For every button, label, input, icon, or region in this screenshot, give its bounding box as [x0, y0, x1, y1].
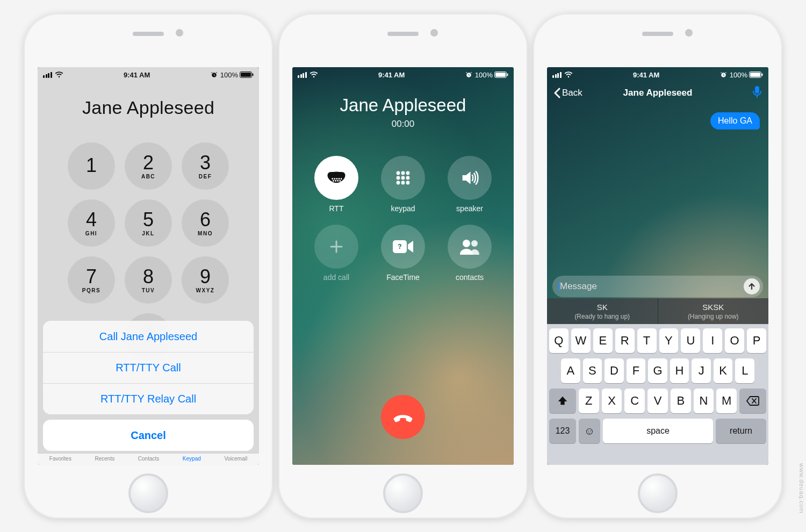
- contacts-label: contacts: [456, 273, 484, 282]
- svg-point-7: [334, 178, 335, 179]
- key-m[interactable]: M: [716, 389, 737, 413]
- facetime-icon: ?: [381, 225, 425, 269]
- call-controls: RTT keypad speaker add call: [292, 156, 514, 282]
- svg-point-20: [406, 176, 410, 180]
- arrow-up-icon: [747, 282, 756, 291]
- keyboard-row-2: A S D F G H J K L: [549, 358, 766, 383]
- home-button[interactable]: [128, 473, 168, 513]
- keyboard-row-1: Q W E R T Y U I O P: [549, 328, 766, 353]
- action-rtt-tty-relay[interactable]: RTT/TTY Relay Call: [43, 383, 254, 414]
- status-bar: 9:41 AM 100%: [38, 67, 259, 82]
- svg-rect-1: [241, 73, 251, 77]
- alarm-icon: [211, 71, 218, 78]
- svg-point-8: [336, 178, 337, 179]
- key-r[interactable]: R: [615, 328, 635, 353]
- phone-dialer: 9:41 AM 100% Jane Appleseed 1 2ABC 3DEF …: [24, 13, 273, 519]
- key-k[interactable]: K: [714, 358, 733, 383]
- home-button[interactable]: [383, 473, 423, 513]
- key-y[interactable]: Y: [659, 328, 679, 353]
- dictation-button[interactable]: [752, 85, 762, 100]
- alarm-icon: [720, 71, 727, 78]
- suggestion-sksk[interactable]: SKSK (Hanging up now): [658, 298, 769, 324]
- svg-point-19: [401, 176, 405, 180]
- battery-percent: 100%: [220, 71, 238, 79]
- key-v[interactable]: V: [647, 389, 668, 413]
- status-time: 9:41 AM: [633, 71, 659, 79]
- emoji-key[interactable]: ☺: [579, 419, 600, 443]
- svg-point-17: [406, 171, 410, 175]
- svg-point-16: [401, 171, 405, 175]
- return-key[interactable]: return: [716, 419, 766, 443]
- end-call-button[interactable]: [381, 395, 425, 439]
- shift-key[interactable]: [549, 389, 576, 413]
- screen: 9:41 AM 100% Back Jane Appleseed Hello G…: [547, 67, 768, 465]
- add-call-label: add call: [323, 273, 349, 282]
- call-action-sheet: Call Jane Appleseed RTT/TTY Call RTT/TTY…: [43, 321, 254, 451]
- status-time: 9:41 AM: [378, 71, 405, 79]
- status-bar: 9:41 AM 100%: [547, 67, 768, 82]
- cellular-signal-icon: [298, 72, 307, 78]
- chat-nav-bar: Back Jane Appleseed: [547, 82, 768, 104]
- key-g[interactable]: G: [648, 358, 667, 383]
- back-button[interactable]: Back: [553, 88, 582, 98]
- send-button[interactable]: [744, 278, 760, 294]
- key-z[interactable]: Z: [579, 389, 599, 413]
- action-cancel[interactable]: Cancel: [43, 420, 254, 451]
- svg-point-13: [337, 180, 339, 182]
- key-c[interactable]: C: [624, 389, 645, 413]
- screen: 9:41 AM 100% Jane Appleseed 00:00 RTT: [292, 67, 514, 465]
- key-s[interactable]: S: [583, 358, 602, 383]
- svg-rect-2: [253, 74, 254, 76]
- keypad-button[interactable]: keypad: [378, 156, 428, 213]
- contacts-button[interactable]: contacts: [445, 225, 494, 282]
- key-x[interactable]: X: [602, 389, 622, 413]
- facetime-label: FaceTime: [386, 273, 420, 282]
- watermark: www.deuaq.com: [798, 463, 805, 514]
- numbers-key[interactable]: 123: [549, 419, 576, 443]
- battery-indicator: 100%: [220, 71, 254, 79]
- key-l[interactable]: L: [735, 358, 754, 383]
- key-f[interactable]: F: [627, 358, 646, 383]
- key-n[interactable]: N: [694, 389, 714, 413]
- facetime-button[interactable]: ? FaceTime: [378, 225, 428, 282]
- key-i[interactable]: I: [703, 328, 722, 353]
- key-b[interactable]: B: [671, 389, 691, 413]
- back-label: Back: [562, 88, 582, 98]
- key-j[interactable]: J: [692, 358, 711, 383]
- key-a[interactable]: A: [561, 358, 580, 383]
- backspace-key[interactable]: [739, 389, 766, 413]
- phone-rtt-chat: 9:41 AM 100% Back Jane Appleseed Hello G…: [533, 13, 782, 519]
- key-h[interactable]: H: [670, 358, 689, 383]
- key-u[interactable]: U: [681, 328, 700, 353]
- add-call-button: add call: [312, 225, 361, 282]
- action-call-contact[interactable]: Call Jane Appleseed: [43, 321, 254, 352]
- key-p[interactable]: P: [747, 328, 766, 353]
- end-call-icon: [391, 405, 415, 429]
- key-q[interactable]: Q: [549, 328, 568, 353]
- cellular-signal-icon: [43, 72, 52, 78]
- keyboard: Q W E R T Y U I O P A S D F G H J K L: [547, 324, 768, 465]
- key-o[interactable]: O: [725, 328, 744, 353]
- action-rtt-tty-call[interactable]: RTT/TTY Call: [43, 352, 254, 383]
- svg-point-9: [339, 178, 340, 179]
- keyboard-row-4: 123 ☺ space return: [549, 419, 766, 443]
- suggestion-sk[interactable]: SK (Ready to hang up): [547, 298, 658, 324]
- key-w[interactable]: W: [571, 328, 591, 353]
- screen: 9:41 AM 100% Jane Appleseed 1 2ABC 3DEF …: [38, 67, 259, 465]
- svg-point-6: [332, 178, 333, 179]
- key-t[interactable]: T: [637, 328, 657, 353]
- quicktype-bar: SK (Ready to hang up) SKSK (Hanging up n…: [547, 298, 768, 324]
- speaker-button[interactable]: speaker: [445, 156, 494, 213]
- home-button[interactable]: [638, 473, 678, 513]
- rtt-button[interactable]: RTT: [312, 156, 361, 213]
- plus-icon: [314, 225, 358, 269]
- space-key[interactable]: space: [603, 419, 713, 443]
- key-d[interactable]: D: [604, 358, 624, 383]
- svg-point-22: [401, 181, 405, 185]
- svg-rect-5: [507, 74, 508, 76]
- message-composer[interactable]: Message: [552, 276, 763, 297]
- message-input-placeholder[interactable]: Message: [560, 281, 744, 292]
- svg-point-21: [397, 181, 400, 185]
- status-time: 9:41 AM: [124, 71, 150, 79]
- key-e[interactable]: E: [593, 328, 613, 353]
